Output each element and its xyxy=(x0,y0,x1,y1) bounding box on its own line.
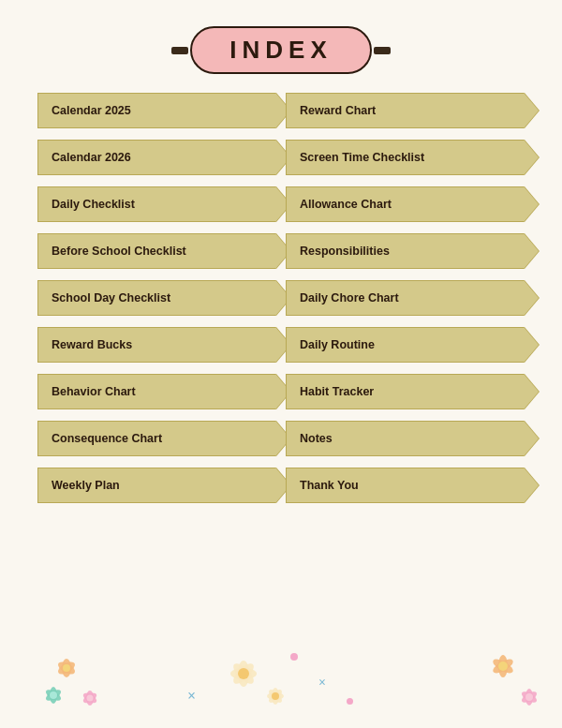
banner-label: Thank You xyxy=(300,479,359,492)
banner-notch-icon xyxy=(524,327,539,363)
list-item[interactable]: Daily Routine xyxy=(286,325,525,364)
banner-label: Calendar 2026 xyxy=(52,151,131,164)
banner-label: Calendar 2025 xyxy=(52,104,131,117)
banner-body: Notes xyxy=(286,421,525,456)
header: INDEX xyxy=(0,0,562,74)
banner-notch-icon xyxy=(524,233,539,269)
list-item[interactable]: Habit Tracker xyxy=(286,372,525,411)
list-item[interactable]: Notes xyxy=(286,419,525,458)
list-item[interactable]: Responsibilities xyxy=(286,231,525,271)
banner-label: Consequence Chart xyxy=(52,432,162,445)
banner-label: Daily Checklist xyxy=(52,198,135,211)
x-mark-1-icon: × xyxy=(187,688,196,705)
banner-label: Before School Checklist xyxy=(52,245,186,258)
dot-2 xyxy=(347,698,353,705)
banner-body: Allowance Chart xyxy=(286,186,525,222)
banner-label: Reward Chart xyxy=(300,104,376,117)
banner-notch-icon xyxy=(524,374,539,409)
banner-notch-icon xyxy=(524,140,539,175)
banner-label: Behavior Chart xyxy=(52,385,136,398)
banner-label: Daily Chore Chart xyxy=(300,291,399,305)
list-item[interactable]: Calendar 2026 xyxy=(37,138,276,177)
svg-point-3 xyxy=(63,664,70,672)
flower-4-icon xyxy=(225,655,262,692)
banner-body: Consequence Chart xyxy=(37,421,276,456)
banner-body: Weekly Plan xyxy=(37,468,276,503)
banner-body: Reward Chart xyxy=(286,93,525,128)
banner-body: Daily Chore Chart xyxy=(286,280,525,316)
banner-body: Reward Bucks xyxy=(37,327,276,363)
flower-1-icon xyxy=(52,653,81,683)
banner-label: Allowance Chart xyxy=(300,198,392,211)
list-item[interactable]: Before School Checklist xyxy=(37,231,276,271)
list-item[interactable]: Reward Chart xyxy=(286,91,525,130)
banner-body: Behavior Chart xyxy=(37,374,276,409)
flower-3-icon xyxy=(77,685,103,711)
banner-label: Notes xyxy=(300,432,333,445)
index-grid: Calendar 2025 Reward Chart Calendar 2026… xyxy=(0,91,562,505)
banner-notch-icon xyxy=(524,421,539,456)
flower-2-icon xyxy=(39,681,67,709)
banner-notch-icon xyxy=(524,93,539,128)
list-item[interactable]: Calendar 2025 xyxy=(37,91,276,130)
banner-notch-icon xyxy=(524,280,539,316)
banner-body: Thank You xyxy=(286,468,525,503)
svg-point-25 xyxy=(498,661,508,671)
banner-body: Before School Checklist xyxy=(37,233,276,269)
banner-label: Responsibilities xyxy=(300,245,390,258)
svg-point-11 xyxy=(87,695,94,702)
list-item[interactable]: Daily Checklist xyxy=(37,185,276,224)
banner-notch-icon xyxy=(524,186,539,222)
banner-body: Screen Time Checklist xyxy=(286,140,525,175)
list-item[interactable]: Reward Bucks xyxy=(37,325,276,364)
banner-body: Responsibilities xyxy=(286,233,525,269)
banner-label: Weekly Plan xyxy=(52,479,120,492)
banner-body: Daily Checklist xyxy=(37,186,276,222)
svg-point-16 xyxy=(238,668,249,679)
flower-7-icon xyxy=(515,683,543,711)
flower-6-icon xyxy=(487,650,520,683)
banner-label: School Day Checklist xyxy=(52,291,170,305)
banner-body: School Day Checklist xyxy=(37,280,276,316)
page-title: INDEX xyxy=(229,36,332,64)
banner-label: Daily Routine xyxy=(300,338,375,351)
list-item[interactable]: Weekly Plan xyxy=(37,466,276,505)
svg-point-7 xyxy=(50,691,57,699)
x-mark-2-icon: × xyxy=(318,676,326,691)
banner-body: Calendar 2026 xyxy=(37,140,276,175)
banner-body: Calendar 2025 xyxy=(37,93,276,128)
banner-body: Daily Routine xyxy=(286,327,525,363)
index-badge: INDEX xyxy=(190,26,371,74)
flower-5-icon xyxy=(262,683,288,709)
list-item[interactable]: Thank You xyxy=(286,466,525,505)
list-item[interactable]: School Day Checklist xyxy=(37,278,276,318)
dot-1 xyxy=(290,653,298,661)
list-item[interactable]: Behavior Chart xyxy=(37,372,276,411)
list-item[interactable]: Daily Chore Chart xyxy=(286,278,525,318)
banner-label: Screen Time Checklist xyxy=(300,151,424,164)
banner-label: Reward Bucks xyxy=(52,338,132,351)
banner-label: Habit Tracker xyxy=(300,385,374,398)
banner-notch-icon xyxy=(524,468,539,503)
list-item[interactable]: Allowance Chart xyxy=(286,185,525,224)
list-item[interactable]: Screen Time Checklist xyxy=(286,138,525,177)
page: INDEX Calendar 2025 Reward Chart Calenda… xyxy=(0,0,562,728)
svg-point-29 xyxy=(525,693,533,701)
banner-body: Habit Tracker xyxy=(286,374,525,409)
list-item[interactable]: Consequence Chart xyxy=(37,419,276,458)
flowers-area: × × xyxy=(0,625,562,719)
svg-point-21 xyxy=(272,692,279,700)
